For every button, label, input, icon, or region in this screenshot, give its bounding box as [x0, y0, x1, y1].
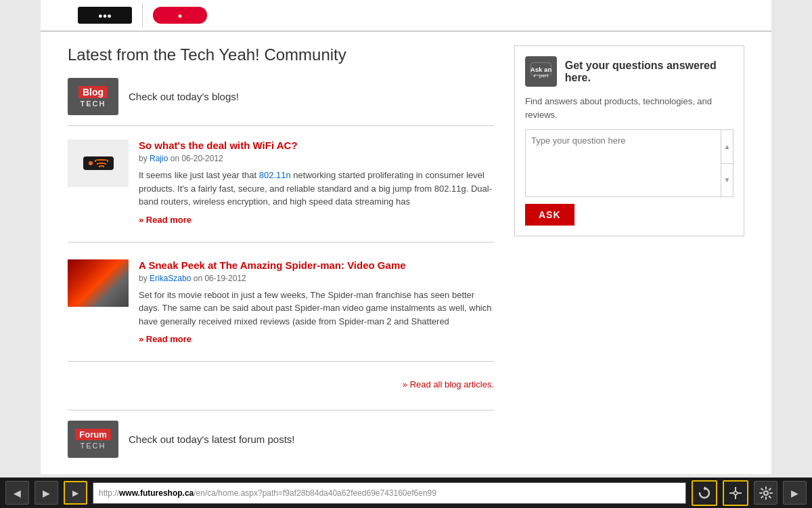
- logo-item-1: ●●●: [68, 3, 143, 27]
- blog-tagline: Check out today's blogs!: [129, 91, 239, 102]
- ask-expert-header: Ask an expert Get your questions answere…: [525, 56, 734, 87]
- tech-logo-text: TECH: [81, 100, 106, 108]
- ask-textarea-wrap: ▲ ▼: [525, 129, 734, 197]
- ask-scrollbar: ▲ ▼: [721, 130, 733, 196]
- ask-headline: Get your questions answered here.: [565, 60, 734, 84]
- article-spiderman: A Sneak Peek at The Amazing Spider-man: …: [68, 259, 494, 362]
- article-excerpt-spiderman: Set for its movie reboot in just a few w…: [139, 289, 494, 329]
- ask-textarea[interactable]: [526, 130, 721, 194]
- section-title: Latest from the Tech Yeah! Community: [68, 45, 494, 64]
- article-body-spiderman: A Sneak Peek at The Amazing Spider-man: …: [139, 259, 494, 345]
- ask-subtext: Find answers about products, technologie…: [525, 95, 734, 121]
- gear-icon: [759, 486, 773, 500]
- article-author-wifi[interactable]: Rajio: [150, 154, 168, 163]
- link-80211n[interactable]: 802.11n: [259, 170, 291, 180]
- article-meta-wifi: by Rajio on 06-20-2012: [139, 154, 494, 163]
- main-content: Latest from the Tech Yeah! Community Blo…: [41, 32, 771, 471]
- ask-speech-bubble-icon: Ask an expert: [529, 60, 553, 83]
- top-logo-bar: ●●● ●: [41, 0, 771, 32]
- svg-point-10: [764, 491, 768, 495]
- logo-item-2: ●: [143, 3, 217, 27]
- settings-button[interactable]: [754, 481, 777, 505]
- article-author-spiderman[interactable]: ErikaSzabo: [150, 274, 191, 283]
- ask-expert-icon: Ask an expert: [525, 56, 557, 87]
- blog-logo: Blog TECH: [68, 78, 118, 115]
- forum-tagline: Check out today's latest forum posts!: [129, 433, 294, 445]
- scroll-down-btn[interactable]: ▼: [721, 164, 733, 197]
- forum-logo-text: Forum: [75, 429, 110, 440]
- url-domain: www.futureshop.ca: [119, 488, 194, 498]
- url-path: /en/ca/home.aspx?path=f9af28b84da40a62fe…: [194, 488, 436, 498]
- forum-tech-text: TECH: [81, 442, 106, 450]
- read-more-wifi[interactable]: » Read more: [139, 215, 191, 225]
- url-prefix: http://: [99, 488, 119, 498]
- article-title-spiderman[interactable]: A Sneak Peek at The Amazing Spider-man: …: [139, 259, 494, 271]
- article-thumb-spiderman: [68, 259, 129, 307]
- svg-point-5: [734, 491, 738, 494]
- spiderman-image: [68, 259, 129, 307]
- refresh-icon: [698, 486, 711, 500]
- back-button[interactable]: ◀: [5, 481, 29, 505]
- url-bar[interactable]: http://www.futureshop.ca/en/ca/home.aspx…: [93, 482, 686, 504]
- article-body-wifi: So what's the deal with WiFi AC? by Raji…: [139, 140, 494, 225]
- read-all-link[interactable]: » Read all blog articles.: [403, 379, 494, 389]
- forward-button[interactable]: ▶: [35, 481, 58, 505]
- read-all-container: » Read all blog articles.: [68, 379, 494, 389]
- read-more-spiderman[interactable]: » Read more: [139, 334, 191, 344]
- blog-section: Latest from the Tech Yeah! Community Blo…: [68, 45, 494, 458]
- forum-logo: Forum TECH: [68, 421, 118, 458]
- blog-logo-text: Blog: [78, 86, 108, 98]
- ask-button[interactable]: ASK: [525, 204, 574, 226]
- ask-expert-box: Ask an expert Get your questions answere…: [514, 45, 744, 236]
- article-wifi: So what's the deal with WiFi AC? by Raji…: [68, 140, 494, 242]
- blog-header: Blog TECH Check out today's blogs!: [68, 78, 494, 126]
- bottom-bar: ◀ ▶ ▶ http://www.futureshop.ca/en/ca/hom…: [0, 478, 812, 508]
- next-page-button[interactable]: ▶: [783, 481, 807, 505]
- article-title-wifi[interactable]: So what's the deal with WiFi AC?: [139, 140, 494, 151]
- wrench-button[interactable]: [723, 480, 748, 506]
- article-meta-spiderman: by ErikaSzabo on 06-19-2012: [139, 274, 494, 283]
- play-button[interactable]: ▶: [64, 481, 87, 505]
- svg-text:Ask an: Ask an: [531, 66, 552, 73]
- wifi-badge-icon: [83, 156, 114, 170]
- sidebar: Ask an expert Get your questions answere…: [514, 45, 744, 458]
- article-date-spiderman: 06-19-2012: [204, 274, 246, 283]
- scroll-up-btn[interactable]: ▲: [721, 130, 733, 164]
- article-excerpt-wifi: It seems like just last year that 802.11…: [139, 169, 494, 209]
- wrench-icon: [729, 486, 742, 500]
- forum-section: Forum TECH Check out today's latest foru…: [68, 410, 494, 458]
- article-thumb-wifi: [68, 140, 129, 187]
- refresh-button[interactable]: [692, 480, 717, 506]
- article-date-wifi: 06-20-2012: [181, 154, 223, 163]
